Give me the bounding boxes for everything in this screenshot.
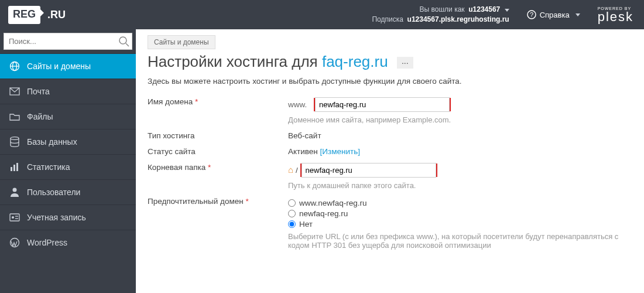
sidebar-item-label: Файлы xyxy=(27,112,53,121)
page-lead: Здесь вы можете настроить хостинг и выбр… xyxy=(136,74,644,94)
help-label: Справка xyxy=(540,11,570,19)
preferred-domain-label: Предпочтительный домен * xyxy=(148,197,288,250)
svg-point-12 xyxy=(13,188,17,192)
sidebar-item-wordpress[interactable]: WordPress xyxy=(0,230,136,255)
stats-icon xyxy=(9,162,20,172)
logo-badge: REG xyxy=(8,6,40,24)
hosting-type-label: Тип хостинга xyxy=(148,131,288,140)
preferred-domain-radio-nowww[interactable] xyxy=(288,210,296,217)
username[interactable]: u1234567 xyxy=(468,5,500,13)
radio-label: Нет xyxy=(299,220,313,229)
sidebar-item-mail[interactable]: Почта xyxy=(0,79,136,104)
sidebar: Сайты и домены Почта Файлы Базы данных С… xyxy=(0,29,136,293)
sidebar-item-databases[interactable]: Базы данных xyxy=(0,129,136,154)
sidebar-item-users[interactable]: Пользователи xyxy=(0,179,136,205)
subscription-value[interactable]: u1234567.plsk.regruhosting.ru xyxy=(407,15,509,23)
svg-rect-9 xyxy=(11,167,12,171)
sidebar-item-label: Базы данных xyxy=(27,137,77,146)
hosting-form: Имя домена * www. Доменное имя сайта, на… xyxy=(136,94,644,253)
chevron-down-icon[interactable] xyxy=(505,9,509,12)
chevron-down-icon[interactable] xyxy=(576,13,580,16)
help-link[interactable]: ? Справка xyxy=(527,10,580,19)
search-box[interactable] xyxy=(4,33,132,50)
root-dir-input[interactable] xyxy=(302,163,436,178)
title-prefix: Настройки хостинга для xyxy=(148,53,322,70)
sidebar-item-sites-domains[interactable]: Сайты и домены xyxy=(0,53,136,79)
sidebar-item-label: Учетная запись xyxy=(27,213,86,222)
path-separator: / xyxy=(296,166,300,175)
folder-icon xyxy=(9,111,20,122)
logo-tail: .RU xyxy=(47,9,66,21)
search-input[interactable] xyxy=(4,33,117,49)
site-status-value: Активен [Изменить] xyxy=(288,147,632,156)
svg-point-8 xyxy=(11,137,19,140)
home-icon: ⌂ xyxy=(288,165,293,175)
root-dir-label: Корневая папка * xyxy=(148,163,288,190)
preferred-domain-hint: Выберите URL (с или без префикса www.), … xyxy=(288,232,632,250)
www-prefix: www. xyxy=(288,100,307,109)
help-icon: ? xyxy=(527,10,536,19)
hosting-type-value: Веб-сайт xyxy=(288,131,632,140)
login-block: Вы вошли как u1234567 Подписка u1234567.… xyxy=(372,5,509,25)
main-content: Сайты и домены Настройки хостинга для fa… xyxy=(136,29,644,293)
sidebar-item-label: Статистика xyxy=(27,162,70,172)
svg-rect-10 xyxy=(13,165,15,171)
breadcrumb: Сайты и домены xyxy=(136,29,644,49)
radio-label: newfaq-reg.ru xyxy=(299,209,348,218)
svg-line-3 xyxy=(126,43,129,46)
subscription-label: Подписка xyxy=(372,15,403,23)
sidebar-item-label: Пользователи xyxy=(27,188,80,197)
sidebar-item-label: WordPress xyxy=(27,238,67,247)
svg-point-14 xyxy=(12,216,14,219)
globe-icon xyxy=(9,61,20,71)
mail-icon xyxy=(9,86,20,97)
database-icon xyxy=(9,137,20,147)
root-dir-highlight xyxy=(300,163,437,177)
plesk-logo: POWERED BY plesk xyxy=(598,6,633,23)
domain-name-input[interactable] xyxy=(315,97,450,112)
page-title: Настройки хостинга для faq-reg.ru ··· xyxy=(136,49,644,74)
plesk-text: plesk xyxy=(598,11,633,23)
logo[interactable]: REG .RU xyxy=(0,6,136,24)
sidebar-item-account[interactable]: Учетная запись xyxy=(0,205,136,230)
sidebar-item-label: Сайты и домены xyxy=(27,62,91,71)
svg-point-2 xyxy=(119,37,126,44)
user-icon xyxy=(9,187,20,197)
sidebar-item-label: Почта xyxy=(27,87,50,96)
sidebar-item-files[interactable]: Файлы xyxy=(0,104,136,129)
root-dir-hint: Путь к домашней папке этого сайта. xyxy=(288,181,632,190)
svg-text:?: ? xyxy=(530,11,533,18)
svg-rect-13 xyxy=(10,214,19,221)
top-right: Вы вошли как u1234567 Подписка u1234567.… xyxy=(372,5,644,25)
breadcrumb-item[interactable]: Сайты и домены xyxy=(148,35,215,49)
domain-name-hint: Доменное имя сайта, например Example.com… xyxy=(288,115,632,124)
title-domain[interactable]: faq-reg.ru xyxy=(322,53,388,70)
domain-name-label: Имя домена * xyxy=(148,97,288,124)
card-icon xyxy=(9,212,20,223)
preferred-domain-radio-none[interactable] xyxy=(288,220,296,228)
sidebar-item-stats[interactable]: Статистика xyxy=(0,154,136,179)
search-icon[interactable] xyxy=(117,34,132,49)
change-status-link[interactable]: Изменить xyxy=(322,147,358,156)
top-bar: REG .RU Вы вошли как u1234567 Подписка u… xyxy=(0,0,644,29)
domain-name-highlight xyxy=(314,98,451,111)
site-status-label: Статус сайта xyxy=(148,147,288,156)
svg-rect-11 xyxy=(16,163,18,171)
wordpress-icon xyxy=(9,237,20,248)
radio-label: www.newfaq-reg.ru xyxy=(299,199,367,207)
logged-in-label: Вы вошли как xyxy=(420,5,465,13)
more-actions-button[interactable]: ··· xyxy=(397,57,413,69)
preferred-domain-radio-www[interactable] xyxy=(288,199,296,207)
